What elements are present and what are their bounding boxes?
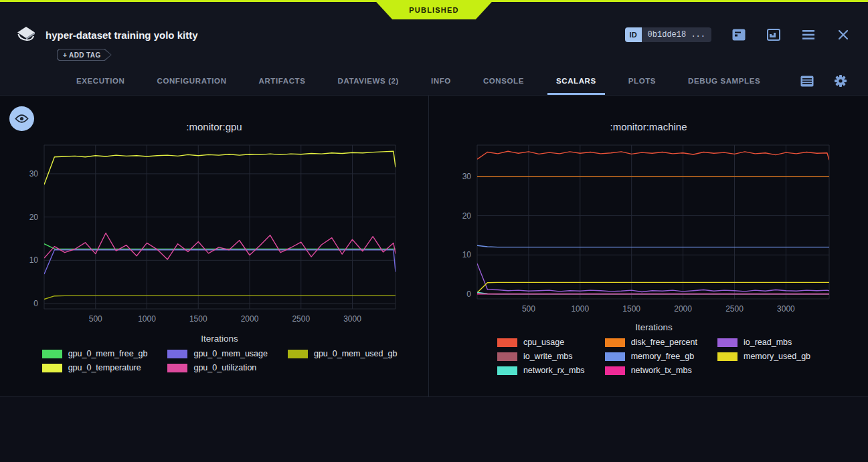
svg-text:2500: 2500 xyxy=(292,314,310,324)
svg-text:500: 500 xyxy=(522,304,535,314)
legend-swatch-io_read_mbs xyxy=(717,338,737,347)
machine-chart-plot[interactable]: 500100015002000250030000102030 xyxy=(429,135,867,321)
legend-item-gpu_0_mem_free_gb[interactable]: gpu_0_mem_free_gb xyxy=(42,349,148,358)
legend-item-gpu_0_utilization[interactable]: gpu_0_utilization xyxy=(167,363,268,372)
close-icon[interactable] xyxy=(836,27,851,42)
series-line-gpu_0_utilization xyxy=(44,233,396,260)
machine-chart-panel: :monitor:machine 50010001500200025003000… xyxy=(429,96,868,396)
svg-text:1000: 1000 xyxy=(138,314,156,324)
gpu-chart-legend: gpu_0_mem_free_gbgpu_0_mem_usagegpu_0_me… xyxy=(42,349,398,372)
notes-icon[interactable] xyxy=(731,27,746,42)
legend-swatch-gpu_0_utilization xyxy=(167,364,187,372)
legend-item-disk_free_percent[interactable]: disk_free_percent xyxy=(605,338,697,347)
svg-text:2500: 2500 xyxy=(725,304,744,314)
dataset-logo-icon xyxy=(16,26,36,43)
experiment-title: hyper-dataset training yolo kitty xyxy=(46,29,198,41)
legend-label: gpu_0_utilization xyxy=(193,363,256,372)
legend-item-memory_free_gb[interactable]: memory_free_gb xyxy=(605,352,697,361)
legend-swatch-io_write_mbs xyxy=(497,352,517,361)
legend-swatch-network_tx_mbs xyxy=(605,366,625,375)
legend-label: memory_used_gb xyxy=(744,352,810,361)
series-line-gpu_0_mem_free_gb xyxy=(44,244,396,249)
menu-icon[interactable] xyxy=(801,27,816,42)
legend-swatch-gpu_0_mem_used_gb xyxy=(288,350,308,358)
legend-swatch-memory_free_gb xyxy=(605,352,625,361)
legend-item-gpu_0_mem_used_gb[interactable]: gpu_0_mem_used_gb xyxy=(288,349,397,358)
gpu-chart-panel: :monitor:gpu 500100015002000250030000102… xyxy=(0,96,429,396)
table-view-icon[interactable] xyxy=(800,74,814,88)
legend-label: io_read_mbs xyxy=(744,338,792,347)
legend-item-gpu_0_mem_usage[interactable]: gpu_0_mem_usage xyxy=(167,349,268,358)
show-hide-metrics-eye-button[interactable] xyxy=(9,106,34,131)
experiment-id-badge[interactable]: ID 0b1dde18 ... xyxy=(625,27,711,42)
svg-text:2000: 2000 xyxy=(241,314,259,324)
series-line-io_read_mbs xyxy=(477,263,829,292)
gpu-chart-plot[interactable]: 500100015002000250030000102030 xyxy=(0,135,429,332)
legend-swatch-memory_used_gb xyxy=(717,352,737,361)
id-chip-label: ID xyxy=(625,27,642,42)
legend-swatch-gpu_0_mem_usage xyxy=(167,350,187,358)
image-icon[interactable] xyxy=(766,27,781,42)
machine-xaxis-label: Iterations xyxy=(434,322,868,332)
legend-item-cpu_usage[interactable]: cpu_usage xyxy=(497,338,585,347)
legend-label: disk_free_percent xyxy=(631,338,697,347)
status-badge-label: PUBLISHED xyxy=(409,6,458,14)
tab-info[interactable]: INFO xyxy=(422,67,460,95)
legend-item-network_tx_mbs[interactable]: network_tx_mbs xyxy=(605,366,697,375)
legend-swatch-disk_free_percent xyxy=(605,338,625,347)
tab-scalars[interactable]: SCALARS xyxy=(547,67,605,95)
svg-text:1500: 1500 xyxy=(622,304,640,314)
legend-label: network_rx_mbs xyxy=(523,366,585,375)
legend-label: gpu_0_mem_free_gb xyxy=(68,349,148,358)
legend-swatch-gpu_0_mem_free_gb xyxy=(42,350,62,358)
tab-dataviews[interactable]: DATAVIEWS (2) xyxy=(329,67,408,95)
gpu-chart-title: :monitor:gpu xyxy=(0,121,428,132)
experiment-tab-bar: EXECUTION CONFIGURATION ARTIFACTS DATAVI… xyxy=(0,67,868,96)
legend-label: io_write_mbs xyxy=(523,352,573,361)
svg-text:500: 500 xyxy=(89,314,102,324)
svg-text:20: 20 xyxy=(29,213,39,222)
id-value: 0b1dde18 ... xyxy=(642,27,711,42)
machine-chart-legend: cpu_usagedisk_free_percentio_read_mbsio_… xyxy=(497,338,810,375)
legend-label: gpu_0_mem_usage xyxy=(193,349,268,358)
scalars-charts-section: :monitor:gpu 500100015002000250030000102… xyxy=(0,96,868,397)
series-line-gpu_0_temperature xyxy=(44,151,396,185)
add-tag-button[interactable]: + ADD TAG xyxy=(57,49,112,61)
legend-item-gpu_0_temperature[interactable]: gpu_0_temperature xyxy=(42,363,148,372)
machine-chart-title: :monitor:machine xyxy=(429,121,868,132)
svg-text:20: 20 xyxy=(462,211,472,221)
tab-execution[interactable]: EXECUTION xyxy=(68,67,134,95)
legend-item-io_read_mbs[interactable]: io_read_mbs xyxy=(717,338,810,347)
svg-text:10: 10 xyxy=(462,250,472,259)
legend-label: memory_free_gb xyxy=(631,352,695,361)
empty-footer-area xyxy=(0,397,868,462)
tab-plots[interactable]: PLOTS xyxy=(620,67,665,95)
svg-text:0: 0 xyxy=(33,299,38,308)
svg-text:30: 30 xyxy=(462,172,472,181)
tab-debug-samples[interactable]: DEBUG SAMPLES xyxy=(679,67,769,95)
svg-text:3000: 3000 xyxy=(777,304,795,314)
legend-item-memory_used_gb[interactable]: memory_used_gb xyxy=(717,352,810,361)
series-line-gpu_0_mem_used_gb xyxy=(44,296,396,299)
tab-artifacts[interactable]: ARTIFACTS xyxy=(250,67,315,95)
svg-text:3000: 3000 xyxy=(343,314,361,324)
tab-configuration[interactable]: CONFIGURATION xyxy=(149,67,236,95)
svg-text:10: 10 xyxy=(29,255,39,265)
svg-text:30: 30 xyxy=(29,169,39,179)
legend-label: gpu_0_temperature xyxy=(68,363,141,372)
legend-swatch-gpu_0_temperature xyxy=(42,364,62,372)
legend-label: cpu_usage xyxy=(523,338,564,347)
legend-item-io_write_mbs[interactable]: io_write_mbs xyxy=(497,352,585,361)
legend-swatch-network_rx_mbs xyxy=(497,366,517,375)
status-badge: PUBLISHED xyxy=(375,0,494,19)
svg-text:2000: 2000 xyxy=(674,304,692,314)
legend-swatch-cpu_usage xyxy=(497,338,517,347)
legend-item-network_rx_mbs[interactable]: network_rx_mbs xyxy=(497,366,585,375)
series-line-memory_free_gb xyxy=(477,245,829,247)
gpu-xaxis-label: Iterations xyxy=(5,334,434,344)
svg-text:1500: 1500 xyxy=(189,314,207,324)
tab-console[interactable]: CONSOLE xyxy=(474,67,533,95)
add-tag-label: + ADD TAG xyxy=(63,51,101,59)
svg-text:0: 0 xyxy=(466,290,471,299)
settings-gear-icon[interactable] xyxy=(833,74,848,88)
